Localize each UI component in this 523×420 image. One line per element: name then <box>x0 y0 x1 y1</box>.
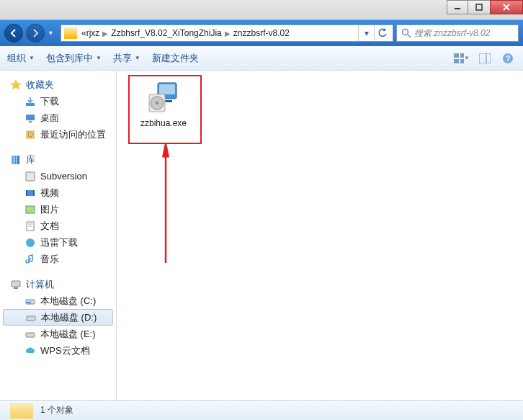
favorites-label: 收藏夹 <box>26 79 54 91</box>
navigation-bar: ▼ « rjxz ▶ Zzbhsrf_V8.02_XiTongZhiJia ▶ … <box>0 20 523 46</box>
document-icon <box>24 220 36 232</box>
sidebar-item-music[interactable]: 音乐 <box>0 251 116 267</box>
svg-line-5 <box>408 35 411 37</box>
svg-rect-1 <box>476 4 482 10</box>
sidebar-item-desktop[interactable]: 桌面 <box>0 110 116 126</box>
computer-group: 计算机 本地磁盘 (C:) 本地磁盘 (D:) 本地磁盘 (E:) WPS云文档 <box>0 276 116 359</box>
svg-point-31 <box>26 238 35 247</box>
breadcrumb-segment[interactable]: znzzbsrf-v8.02 <box>233 28 290 38</box>
libraries-header[interactable]: 库 <box>0 151 116 168</box>
svg-rect-20 <box>14 156 17 164</box>
svg-rect-22 <box>26 172 35 181</box>
svg-rect-6 <box>454 53 459 58</box>
sidebar-item-videos[interactable]: 视频 <box>0 184 116 201</box>
favorites-header[interactable]: 收藏夹 <box>0 76 116 93</box>
svg-rect-14 <box>26 103 35 106</box>
search-placeholder: 搜索 znzzbsrf-v8.02 <box>414 27 490 40</box>
tree-item-label: 本地磁盘 (D:) <box>41 311 97 324</box>
forward-button[interactable] <box>26 24 45 43</box>
svg-rect-10 <box>479 53 491 63</box>
navigation-pane[interactable]: 收藏夹 下载 桌面 最近访问的位置 库 Subversion <box>0 71 117 400</box>
svg-rect-24 <box>26 190 27 196</box>
window-controls <box>447 0 523 14</box>
sidebar-item-disk-e[interactable]: 本地磁盘 (E:) <box>0 326 116 342</box>
preview-pane-button[interactable] <box>477 52 493 65</box>
minimize-button[interactable] <box>447 0 468 14</box>
svg-rect-35 <box>27 302 31 303</box>
recent-icon <box>24 129 36 140</box>
sidebar-item-recent[interactable]: 最近访问的位置 <box>0 126 116 143</box>
refresh-button[interactable] <box>374 25 390 41</box>
search-icon <box>401 28 411 38</box>
tree-item-label: 本地磁盘 (C:) <box>40 295 96 308</box>
disk-icon <box>24 329 36 340</box>
file-name-label: zzbihua.exe <box>140 118 187 130</box>
libraries-label: 库 <box>26 153 35 166</box>
svg-rect-33 <box>14 287 18 289</box>
help-button[interactable]: ? <box>500 52 516 65</box>
cloud-icon <box>24 345 36 357</box>
folder-icon <box>64 27 77 39</box>
breadcrumb-prefix[interactable]: « <box>81 28 86 38</box>
maximize-button[interactable] <box>468 0 490 14</box>
video-icon <box>24 187 36 199</box>
tree-item-label: 图片 <box>40 203 59 216</box>
sidebar-item-subversion[interactable]: Subversion <box>0 168 116 184</box>
new-folder-button[interactable]: 新建文件夹 <box>152 52 199 65</box>
svg-rect-16 <box>29 121 32 122</box>
status-text: 1 个对象 <box>40 404 73 416</box>
sidebar-item-documents[interactable]: 文档 <box>0 218 116 234</box>
file-item-exe[interactable]: zzbihua.exe <box>133 79 195 130</box>
chevron-down-icon: ▼ <box>464 55 470 61</box>
nav-history-dropdown[interactable]: ▼ <box>48 30 58 37</box>
star-icon <box>10 79 22 91</box>
desktop-icon <box>24 112 36 124</box>
close-button[interactable] <box>490 0 523 14</box>
svg-point-4 <box>403 30 408 35</box>
window-titlebar <box>0 0 523 20</box>
svg-rect-39 <box>159 84 175 94</box>
share-menu[interactable]: 共享 ▼ <box>113 52 140 65</box>
svg-rect-25 <box>33 190 35 196</box>
tree-item-label: 视频 <box>40 187 59 200</box>
svg-point-43 <box>156 102 158 104</box>
file-list-pane[interactable]: zzbihua.exe <box>117 71 523 400</box>
address-bar[interactable]: « rjxz ▶ Zzbhsrf_V8.02_XiTongZhiJia ▶ zn… <box>61 24 393 42</box>
sidebar-item-wps-cloud[interactable]: WPS云文档 <box>0 342 116 359</box>
pictures-icon <box>24 204 36 215</box>
folder-icon <box>10 403 33 419</box>
back-button[interactable] <box>4 24 23 43</box>
include-in-library-menu[interactable]: 包含到库中 ▼ <box>46 52 102 65</box>
include-label: 包含到库中 <box>46 52 93 65</box>
library-icon <box>10 154 22 166</box>
tree-item-label: WPS云文档 <box>40 344 90 357</box>
address-dropdown-button[interactable]: ▾ <box>358 25 374 41</box>
downloads-icon <box>24 96 36 107</box>
svg-point-27 <box>28 207 30 209</box>
computer-header[interactable]: 计算机 <box>0 276 116 292</box>
svg-rect-15 <box>26 115 35 120</box>
tree-item-label: Subversion <box>40 171 87 182</box>
status-bar: 1 个对象 <box>0 400 523 420</box>
breadcrumb-segment[interactable]: Zzbhsrf_V8.02_XiTongZhiJia <box>111 28 221 38</box>
sidebar-item-downloads[interactable]: 下载 <box>0 93 116 110</box>
disk-icon <box>24 295 36 307</box>
sidebar-item-pictures[interactable]: 图片 <box>0 201 116 218</box>
sidebar-item-disk-d[interactable]: 本地磁盘 (D:) <box>3 309 113 326</box>
annotation-arrow-icon <box>158 144 173 267</box>
computer-icon <box>10 279 22 290</box>
organize-menu[interactable]: 组织 ▼ <box>7 52 35 65</box>
share-label: 共享 <box>113 52 132 65</box>
chevron-right-icon: ▶ <box>102 30 108 37</box>
breadcrumb-segment[interactable]: rjxz <box>86 28 100 38</box>
svg-rect-8 <box>454 59 459 63</box>
sidebar-item-xunlei[interactable]: 迅雷下载 <box>0 234 116 251</box>
search-input[interactable]: 搜索 znzzbsrf-v8.02 <box>396 24 519 42</box>
sidebar-item-disk-c[interactable]: 本地磁盘 (C:) <box>0 292 116 309</box>
tree-item-label: 迅雷下载 <box>40 236 78 249</box>
change-view-button[interactable]: ▼ <box>454 52 470 65</box>
subversion-icon <box>24 171 36 182</box>
svg-text:?: ? <box>506 54 511 63</box>
tree-item-label: 音乐 <box>40 253 59 266</box>
tree-item-label: 文档 <box>40 220 59 233</box>
